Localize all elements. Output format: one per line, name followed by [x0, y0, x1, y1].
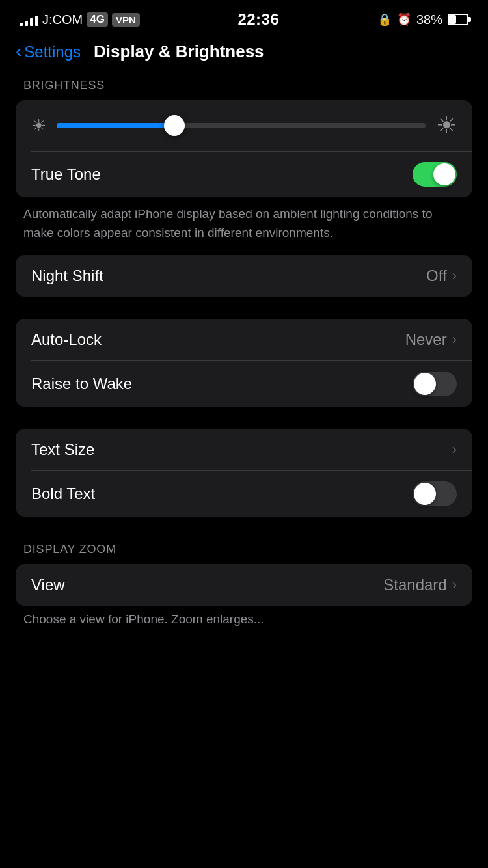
battery-percentage: 38%	[416, 12, 442, 27]
brightness-slider-row[interactable]: ☀ ☀	[16, 100, 472, 151]
display-zoom-section-label: DISPLAY ZOOM	[0, 536, 488, 562]
vpn-badge: VPN	[112, 13, 140, 27]
bold-text-toggle[interactable]	[413, 481, 457, 506]
page-title: Display & Brightness	[94, 42, 264, 62]
raise-to-wake-toggle[interactable]	[413, 372, 457, 396]
view-card: View Standard ›	[16, 564, 472, 606]
text-size-value: ›	[452, 441, 457, 458]
status-right: 🔒 ⏰ 38%	[377, 12, 468, 27]
night-shift-value: Off ›	[426, 267, 457, 285]
true-tone-description: Automatically adapt iPhone display based…	[0, 197, 488, 252]
carrier-label: J:COM	[42, 12, 83, 27]
brightness-slider[interactable]	[57, 123, 426, 128]
raise-to-wake-label: Raise to Wake	[31, 375, 132, 393]
text-card: Text Size › Bold Text	[16, 429, 472, 517]
raise-to-wake-thumb	[414, 373, 436, 395]
view-chevron: ›	[452, 576, 457, 593]
signal-bar-2	[25, 21, 28, 26]
night-shift-row[interactable]: Night Shift Off ›	[16, 255, 472, 297]
brightness-thumb[interactable]	[164, 115, 185, 136]
spacer-3	[0, 517, 488, 536]
brightness-fill	[57, 123, 174, 128]
back-label: Settings	[24, 43, 81, 61]
night-shift-status: Off	[426, 267, 447, 285]
status-bar: J:COM 4G VPN 22:36 🔒 ⏰ 38%	[0, 0, 488, 35]
network-badge: 4G	[87, 12, 108, 27]
bold-text-thumb	[414, 483, 436, 505]
back-button[interactable]: ‹ Settings	[16, 43, 81, 61]
signal-bar-3	[30, 18, 33, 26]
battery-icon	[448, 14, 468, 25]
text-size-label: Text Size	[31, 441, 94, 459]
auto-lock-label: Auto-Lock	[31, 331, 102, 349]
view-status: Standard	[383, 576, 446, 594]
night-shift-label: Night Shift	[31, 267, 103, 285]
brightness-section-label: BRIGHTNESS	[0, 72, 488, 98]
view-label: View	[31, 576, 65, 594]
raise-to-wake-row: Raise to Wake	[16, 361, 472, 407]
alarm-icon: ⏰	[397, 12, 411, 27]
text-size-chevron: ›	[452, 441, 457, 458]
bold-text-label: Bold Text	[31, 485, 95, 503]
view-row[interactable]: View Standard ›	[16, 564, 472, 606]
true-tone-toggle[interactable]	[413, 162, 457, 187]
lock-icon: 🔒	[377, 12, 392, 27]
back-chevron-icon: ‹	[16, 42, 21, 61]
signal-bar-4	[35, 16, 38, 26]
brightness-card: ☀ ☀ True Tone	[16, 100, 472, 197]
bold-text-row: Bold Text	[16, 471, 472, 517]
text-size-row[interactable]: Text Size ›	[16, 429, 472, 470]
bottom-note: Choose a view for iPhone. Zoom enlarges.…	[0, 606, 488, 633]
auto-lock-row[interactable]: Auto-Lock Never ›	[16, 319, 472, 360]
status-time: 22:36	[237, 10, 279, 29]
sun-large-icon: ☀	[436, 112, 457, 139]
battery-fill	[449, 15, 456, 24]
signal-bar-1	[20, 23, 23, 26]
night-shift-chevron: ›	[452, 267, 457, 284]
signal-bars	[20, 13, 38, 26]
sun-small-icon: ☀	[31, 116, 46, 136]
view-value: Standard ›	[383, 576, 457, 594]
auto-lock-value: Never ›	[405, 331, 457, 349]
spacer-1	[0, 297, 488, 316]
autolock-card: Auto-Lock Never › Raise to Wake	[16, 319, 472, 407]
status-left: J:COM 4G VPN	[20, 12, 140, 27]
auto-lock-chevron: ›	[452, 331, 457, 348]
nav-header: ‹ Settings Display & Brightness	[0, 35, 488, 72]
night-shift-card: Night Shift Off ›	[16, 255, 472, 297]
true-tone-thumb	[433, 163, 455, 185]
true-tone-row: True Tone	[16, 152, 472, 197]
spacer-2	[0, 407, 488, 426]
true-tone-label: True Tone	[31, 165, 101, 183]
auto-lock-status: Never	[405, 331, 447, 349]
